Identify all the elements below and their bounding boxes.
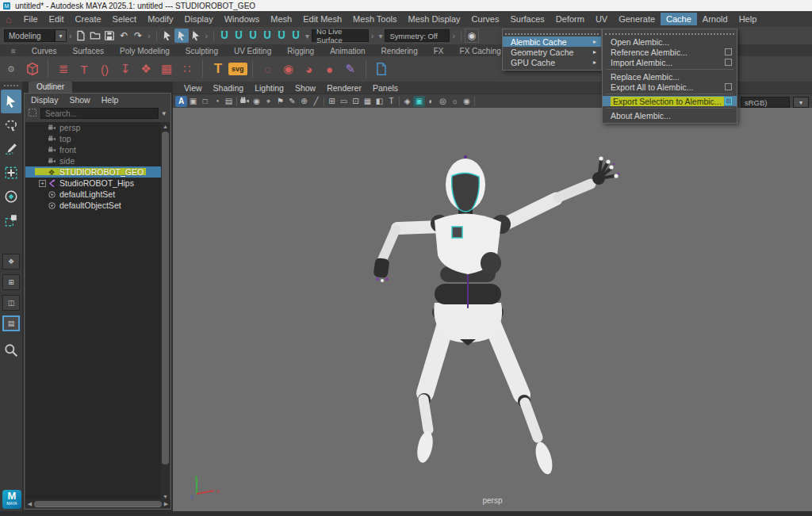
viewport-canvas[interactable]: persp y x z [173,108,812,511]
outliner-item-studiorobot-geo[interactable]: ❖ STUDIOROBOT_GEO [25,166,162,178]
menu-edit[interactable]: Edit [44,13,70,25]
menu-set-selector[interactable]: Modeling [4,29,55,42]
outliner-item-studiorobot-hips[interactable]: + StudioROBOT_Hips [25,178,162,189]
scrollbar-thumb[interactable] [162,132,169,464]
text-tool-icon[interactable]: T [209,59,228,78]
select-hierarchy-icon[interactable] [160,29,174,43]
option-box-icon[interactable] [725,83,732,90]
camera-attrs-icon[interactable]: ◉ [251,96,262,107]
menu-edit-mesh[interactable]: Edit Mesh [297,13,347,25]
pencil-icon[interactable]: ✎ [286,96,298,107]
shelf-tab-uv-editing[interactable]: UV Editing [226,46,279,56]
undo-icon[interactable]: ↶ [117,29,131,43]
outliner-tab[interactable]: Outliner [29,82,72,93]
snap-projected-center-icon[interactable] [260,29,274,43]
export-doc-icon[interactable] [372,59,391,78]
menu-create[interactable]: Create [70,13,107,25]
circle-dashed-icon[interactable]: ◌ [259,59,278,78]
scrollbar-thumb[interactable] [34,501,162,507]
menu-item-open-alembic[interactable]: Open Alembic... [603,36,737,47]
aa-toggle-icon[interactable]: A [175,96,187,107]
resolution-gate-icon[interactable]: ⊡ [350,96,362,107]
outliner-item-defaultlightset[interactable]: defaultLightSet [25,189,162,200]
menu-help[interactable]: Help [733,13,763,25]
import-icon[interactable]: ↧ [116,59,135,78]
list-icon[interactable]: ≣ [54,59,73,78]
wire-on-shaded-icon[interactable]: ◈ [401,96,413,107]
viewport-menu-view[interactable]: View [179,83,207,93]
menu-mesh-tools[interactable]: Mesh Tools [347,13,402,25]
live-surface-field[interactable]: No Live Surface [312,29,369,42]
menu-windows[interactable]: Windows [219,13,266,25]
menu-item-about-alembic[interactable]: About Alembic... [603,110,737,120]
blob-icon[interactable]: ● [320,59,339,78]
option-box-icon[interactable] [725,48,732,55]
two-pane-layout-button[interactable]: ◫ [2,295,20,311]
menu-item-reference-alembic[interactable]: Reference Alembic... [603,47,737,57]
symmetry-field[interactable]: Symmetry: Off [385,29,450,42]
zoom-region-icon[interactable]: ⊕ [298,96,310,107]
measure-icon[interactable]: ╱ [310,96,322,107]
gear-icon[interactable]: ⚙ [0,64,22,75]
film-gate-icon[interactable]: ▭ [338,96,350,107]
viewport-menu-show[interactable]: Show [290,83,320,93]
menu-mesh-display[interactable]: Mesh Display [403,13,466,25]
menu-select[interactable]: Select [107,13,143,25]
color-space-dropdown-arrow[interactable]: ▾ [793,97,809,108]
scroll-up-arrow[interactable]: ▲ [161,122,170,131]
bracket-tool-icon[interactable]: () [95,59,114,78]
single-pane-layout-button[interactable]: ❖ [2,254,20,269]
shelf-tab-fx[interactable]: FX [426,46,452,56]
option-box-icon[interactable] [725,59,732,66]
shelf-tab-animation[interactable]: Animation [322,46,373,56]
viewport-menu-shading[interactable]: Shading [209,83,249,93]
toolbar-group-handle[interactable]: › [452,32,454,40]
new-scene-icon[interactable] [74,29,88,43]
textured-mode-icon[interactable]: ◐ [425,96,437,107]
outliner-persp-layout-button[interactable]: ▤ [2,315,20,331]
scroll-right-arrow[interactable]: ▶ [162,501,170,507]
outliner-menu-show[interactable]: Show [69,95,90,105]
menu-uv[interactable]: UV [590,13,613,25]
menu-cache[interactable]: Cache [661,13,697,25]
outliner-menu-help[interactable]: Help [102,95,119,105]
option-box-icon[interactable] [725,97,732,105]
menu-item-export-all-to-alembic[interactable]: Export All to Alembic... [603,82,737,92]
shelf-tab-curves[interactable]: Curves [24,46,65,56]
menu-set-dropdown-arrow[interactable]: ▾ [55,29,67,42]
shaded-mode-icon[interactable]: ▣ [413,96,425,107]
outliner-item-persp[interactable]: persp [25,122,162,133]
color-space-field[interactable]: sRGB) [741,97,790,108]
swirl-icon[interactable]: ❖ [136,59,155,78]
menu-modify[interactable]: Modify [142,13,178,25]
menu-deform[interactable]: Deform [550,13,590,25]
use-default-material-icon[interactable]: ◎ [437,96,449,107]
menu-item-replace-alembic[interactable]: Replace Alembic... [603,71,737,82]
sphere-curve-icon[interactable]: ◕ [300,59,319,78]
symmetry-dropdown-arrow[interactable]: ▾ [378,32,382,40]
shelf-tab-surfaces[interactable]: Surfaces [65,46,112,56]
menu-curves[interactable]: Curves [466,13,505,25]
home-icon[interactable]: ⌂ [0,13,18,25]
viewport-menu-panels[interactable]: Panels [368,83,403,93]
menu-mesh[interactable]: Mesh [265,13,297,25]
shelf-tab-rigging[interactable]: Rigging [279,46,322,56]
toolbox-handle[interactable] [4,85,18,86]
outliner-item-side[interactable]: side [25,155,162,166]
select-component-icon[interactable] [189,29,203,43]
search-dropdown-arrow[interactable]: ▾ [162,109,167,117]
toolbar-group-handle[interactable]: › [205,32,208,40]
snap-point-icon[interactable] [246,29,260,43]
grid-toggle-icon[interactable]: ⊞ [326,96,338,107]
lighting-icon[interactable]: ☼ [449,96,461,107]
bookmark-icon[interactable]: ⚑ [274,96,286,107]
move-tool[interactable] [1,161,21,185]
menu-surfaces[interactable]: Surfaces [504,13,550,25]
lasso-tool[interactable] [1,113,21,137]
expand-icon[interactable]: + [39,180,46,187]
shelf-tab-poly-modeling[interactable]: Poly Modeling [112,46,178,56]
torus-icon[interactable]: ◉ [279,59,298,78]
zoom-tool[interactable] [1,338,21,362]
menu-item-export-selection-to-alembic[interactable]: Export Selection to Alembic... [603,96,737,106]
safe-title-icon[interactable]: T [385,96,397,107]
